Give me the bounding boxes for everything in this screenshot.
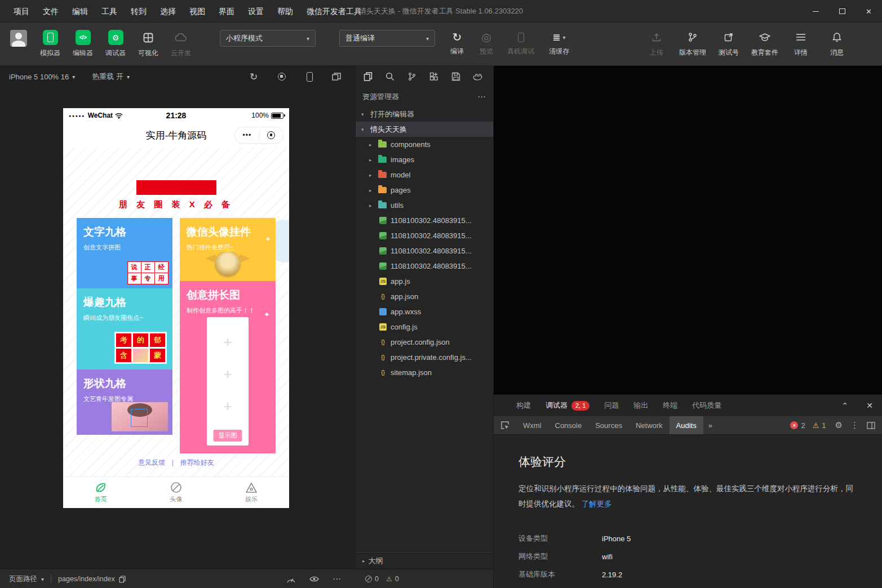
devtools-settings-button[interactable]: ⚙ xyxy=(835,420,843,430)
editor-area[interactable] xyxy=(493,66,882,394)
extensions-button[interactable] xyxy=(428,70,440,83)
performance-button[interactable] xyxy=(286,576,296,583)
devtab-audits[interactable]: Audits xyxy=(670,416,703,434)
menu-help[interactable]: 帮助 xyxy=(271,0,300,23)
tree-open-editors[interactable]: ▾ 打开的编辑器 xyxy=(356,106,493,122)
tree-file-sitemap[interactable]: {} sitemap.json xyxy=(356,365,493,380)
problems-summary[interactable]: 0 ⚠ 0 xyxy=(365,569,399,588)
visibility-button[interactable] xyxy=(309,576,319,582)
copy-path-button[interactable] xyxy=(119,576,126,583)
restart-button[interactable]: ↻ xyxy=(247,70,260,83)
device-frame-button[interactable] xyxy=(303,70,316,83)
banner[interactable]: 朋 友 圈 装 X 必 备 xyxy=(63,180,289,210)
menu-settings[interactable]: 设置 xyxy=(241,0,271,23)
tab-debugger[interactable]: 调试器 2, 1 xyxy=(546,400,590,411)
editor-button[interactable]: </> 编辑器 xyxy=(67,30,99,58)
more-icon[interactable]: ••• xyxy=(243,131,252,139)
learn-more-link[interactable]: 了解更多 xyxy=(582,500,612,508)
avatar[interactable] xyxy=(10,30,27,47)
devtools-menu-button[interactable]: ⋮ xyxy=(850,420,859,430)
more-status-button[interactable]: ⋯ xyxy=(333,574,342,584)
tab-build[interactable]: 构建 xyxy=(516,400,531,411)
menu-devtools[interactable]: 微信开发者工具 xyxy=(300,0,369,23)
card-long-image[interactable]: ✦ 创意拼长图 制作创意多图的高手！！ + + + 显示图 xyxy=(180,281,276,453)
source-control-button[interactable] xyxy=(406,70,418,83)
menu-select[interactable]: 选择 xyxy=(153,0,183,23)
tree-file-app-json[interactable]: {} app.json xyxy=(356,289,493,304)
tree-file-project-config[interactable]: {} project.config.json xyxy=(356,335,493,350)
tree-folder-model[interactable]: ▸ model xyxy=(356,167,493,182)
card-text-nine-grid[interactable]: 文字九格 创意文字拼图 说正经 事专用 xyxy=(77,218,172,288)
close-button[interactable]: ✕ xyxy=(856,0,882,23)
feedback-link[interactable]: 意见反馈 xyxy=(138,458,165,466)
record-icon[interactable] xyxy=(267,131,275,139)
simulator-button[interactable]: 模拟器 xyxy=(34,30,67,58)
inspect-element-button[interactable] xyxy=(494,421,516,430)
container-button[interactable] xyxy=(472,70,484,83)
compile-mode-select[interactable]: 普通编译 ▾ xyxy=(339,30,435,47)
tab-avatar[interactable]: 头像 xyxy=(139,477,214,508)
tab-code-quality[interactable]: 代码质量 xyxy=(692,400,721,411)
menu-tools[interactable]: 工具 xyxy=(95,0,124,23)
search-button[interactable] xyxy=(384,70,396,83)
tab-fun[interactable]: 娱乐 xyxy=(214,477,289,508)
tab-terminal[interactable]: 终端 xyxy=(663,400,677,411)
tab-output[interactable]: 输出 xyxy=(633,400,648,411)
share-link[interactable]: 推荐给好友 xyxy=(180,458,214,466)
messages-button[interactable]: 消息 xyxy=(819,30,855,57)
tree-folder-pages[interactable]: ▸ pages xyxy=(356,182,493,198)
visualize-button[interactable]: 可视化 xyxy=(132,30,165,58)
device-select[interactable]: iPhone 5 100% 16 ▾ xyxy=(9,73,75,81)
tab-home[interactable]: 首页 xyxy=(63,477,139,508)
tree-file-image-1[interactable]: 1108100302.48083915... xyxy=(356,213,493,228)
console-counts[interactable]: ✕ 2 ⚠ 1 xyxy=(790,421,826,430)
mode-select[interactable]: 小程序模式 ▾ xyxy=(220,30,316,47)
tree-project-root[interactable]: ▾ 情头天天换 xyxy=(356,122,493,137)
save-all-button[interactable] xyxy=(450,70,462,83)
tree-folder-components[interactable]: ▸ components xyxy=(356,137,493,152)
minimize-button[interactable] xyxy=(803,0,829,23)
menu-view[interactable]: 视图 xyxy=(183,0,212,23)
tree-file-app-wxss[interactable]: app.wxss xyxy=(356,304,493,319)
tree-file-config-js[interactable]: JS config.js xyxy=(356,319,493,335)
tree-file-project-private-config[interactable]: {} project.private.config.js... xyxy=(356,350,493,365)
menu-goto[interactable]: 转到 xyxy=(124,0,153,23)
close-panel-button[interactable]: ✕ xyxy=(857,401,882,410)
dock-side-button[interactable] xyxy=(867,422,875,429)
tree-folder-images[interactable]: ▸ images xyxy=(356,152,493,167)
menu-edit[interactable]: 编辑 xyxy=(65,0,95,23)
compile-button[interactable]: ↻ 编译 xyxy=(444,30,470,56)
devtab-network[interactable]: Network xyxy=(629,416,670,434)
stop-button[interactable] xyxy=(275,70,289,83)
hot-reload-toggle[interactable]: 热重载 开 ▾ xyxy=(92,72,130,82)
files-button[interactable] xyxy=(362,70,374,83)
more-actions-icon[interactable]: ⋯ xyxy=(477,92,486,102)
multi-window-button[interactable] xyxy=(330,70,343,83)
devtab-console[interactable]: Console xyxy=(548,416,589,434)
tree-file-app-js[interactable]: JS app.js xyxy=(356,274,493,289)
more-tabs-button[interactable]: » xyxy=(703,421,717,430)
card-fun-nine-grid[interactable]: 爆趣九格 瞬间成为朋友圈焦点~ 考的郁 含蒙 xyxy=(77,288,172,369)
version-control-button[interactable]: 版本管理 xyxy=(675,30,711,57)
tree-folder-utils[interactable]: ▸ utils xyxy=(356,198,493,213)
clear-cache-button[interactable]: ≣▾ 清缓存 xyxy=(542,30,576,56)
card-shape-nine-grid[interactable]: 形状九格 文艺青年发图专属 xyxy=(77,369,172,435)
details-button[interactable]: 详情 xyxy=(783,30,819,57)
outline-section[interactable]: ▸ 大纲 xyxy=(356,552,493,569)
debugger-button[interactable]: ⚙ 调试器 xyxy=(99,30,132,58)
tab-problems[interactable]: 问题 xyxy=(604,400,619,411)
collapse-panel-button[interactable]: ⌃ xyxy=(832,401,857,410)
test-account-button[interactable]: 测试号 xyxy=(711,30,747,57)
education-button[interactable]: 教育套件 xyxy=(747,30,783,57)
tree-file-image-2[interactable]: 1108100302.48083915... xyxy=(356,228,493,243)
devtab-wxml[interactable]: Wxml xyxy=(516,416,548,434)
page-path-group[interactable]: 页面路径 ▾ pages/index/index xyxy=(9,569,126,588)
maximize-button[interactable] xyxy=(829,0,856,23)
tree-file-image-4[interactable]: 1108100302.48083915... xyxy=(356,259,493,274)
card-avatar-pendant[interactable]: ✦ 微信头像挂件 热门挂件免费用~ xyxy=(180,218,276,281)
menu-file[interactable]: 文件 xyxy=(36,0,65,23)
menu-project[interactable]: 项目 xyxy=(7,0,36,23)
menu-interface[interactable]: 界面 xyxy=(212,0,241,23)
tree-file-image-3[interactable]: 1108100302.48083915... xyxy=(356,243,493,259)
devtab-sources[interactable]: Sources xyxy=(588,416,629,434)
